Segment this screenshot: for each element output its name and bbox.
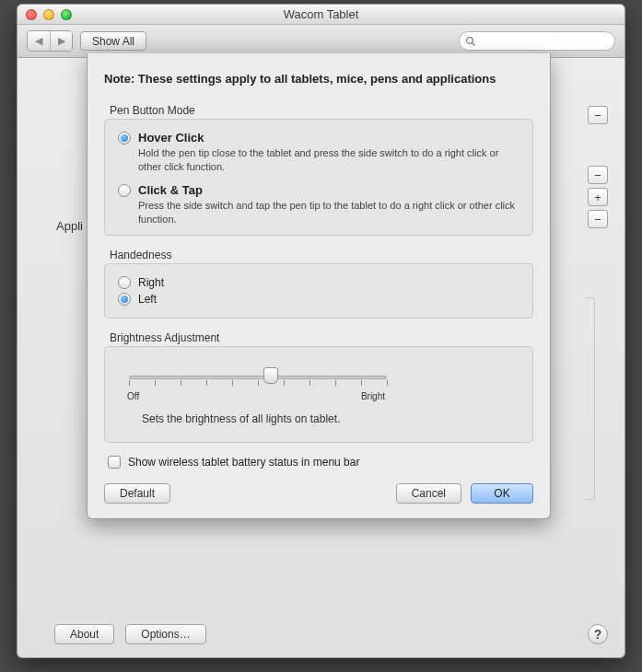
window-title: Wacom Tablet bbox=[18, 7, 624, 21]
remove-button-2[interactable]: − bbox=[588, 166, 608, 184]
radio-title: Hover Click bbox=[138, 131, 519, 145]
radio-title: Click & Tap bbox=[138, 183, 519, 197]
side-buttons: − − + − bbox=[588, 106, 608, 228]
brightness-desc: Sets the brightness of all lights on tab… bbox=[142, 412, 512, 425]
radio-label: Right bbox=[138, 276, 164, 289]
slider-tick bbox=[155, 380, 156, 386]
brightness-slider[interactable] bbox=[129, 369, 387, 386]
pen-button-mode-group: Hover Click Hold the pen tip close to th… bbox=[104, 119, 533, 236]
brightness-group: Off Bright Sets the brightness of all li… bbox=[104, 346, 533, 443]
brightness-slider-area: Off Bright Sets the brightness of all li… bbox=[118, 358, 519, 433]
application-label: Appli bbox=[56, 219, 83, 233]
show-all-button[interactable]: Show All bbox=[80, 31, 146, 51]
brightness-label: Brightness Adjustment bbox=[110, 331, 533, 344]
options-sheet: Note: These settings apply to all tablet… bbox=[87, 53, 551, 519]
slider-tick bbox=[361, 380, 362, 386]
options-button[interactable]: Options… bbox=[125, 624, 205, 644]
slider-tick bbox=[284, 380, 285, 386]
slider-tick bbox=[258, 380, 259, 386]
radio-body: Hover Click Hold the pen tip close to th… bbox=[138, 131, 519, 174]
bg-panel-edge bbox=[586, 297, 595, 500]
remove-button-1[interactable]: − bbox=[588, 106, 608, 124]
svg-point-0 bbox=[467, 37, 473, 43]
radio-icon bbox=[118, 293, 131, 306]
slider-tick bbox=[181, 380, 181, 386]
radio-hover-click[interactable]: Hover Click Hold the pen tip close to th… bbox=[118, 131, 519, 174]
radio-click-tap[interactable]: Click & Tap Press the side switch and ta… bbox=[118, 183, 519, 226]
search-icon bbox=[465, 36, 476, 47]
slider-tick bbox=[387, 380, 388, 386]
default-button[interactable]: Default bbox=[104, 483, 170, 504]
slider-tick bbox=[335, 380, 336, 386]
slider-labels: Off Bright bbox=[125, 391, 387, 401]
handedness-group: Right Left bbox=[104, 263, 533, 319]
slider-tick bbox=[232, 380, 233, 386]
side-stack: − + − bbox=[588, 166, 608, 228]
sheet-note: Note: These settings apply to all tablet… bbox=[104, 72, 533, 86]
add-button[interactable]: + bbox=[588, 188, 608, 206]
checkbox-label: Show wireless tablet battery status in m… bbox=[128, 456, 359, 469]
radio-desc: Hold the pen tip close to the tablet and… bbox=[138, 146, 519, 174]
cancel-button[interactable]: Cancel bbox=[396, 483, 461, 504]
search-input[interactable] bbox=[459, 31, 615, 51]
svg-line-1 bbox=[473, 42, 475, 45]
slider-tick bbox=[129, 380, 130, 386]
slider-max-label: Bright bbox=[361, 391, 385, 401]
pen-button-mode-label: Pen Button Mode bbox=[110, 104, 533, 117]
radio-right[interactable]: Right bbox=[118, 275, 519, 289]
nav-buttons: ◀ ▶ bbox=[27, 30, 73, 52]
footer-bar: About Options… ? bbox=[54, 624, 608, 644]
slider-thumb-icon[interactable] bbox=[263, 367, 278, 384]
radio-desc: Press the side switch and tap the pen ti… bbox=[138, 199, 519, 226]
forward-button[interactable]: ▶ bbox=[50, 31, 72, 51]
radio-left[interactable]: Left bbox=[118, 292, 519, 306]
remove-button-3[interactable]: − bbox=[588, 210, 608, 228]
radio-icon bbox=[118, 184, 131, 197]
radio-icon bbox=[118, 276, 131, 289]
slider-min-label: Off bbox=[127, 391, 139, 401]
slider-tick bbox=[206, 380, 207, 386]
slider-track-line bbox=[129, 376, 387, 379]
back-button[interactable]: ◀ bbox=[28, 31, 50, 51]
radio-label: Left bbox=[138, 293, 157, 306]
titlebar: Wacom Tablet bbox=[18, 5, 624, 25]
ok-button[interactable]: OK bbox=[471, 483, 533, 504]
slider-tick bbox=[309, 380, 310, 386]
about-button[interactable]: About bbox=[54, 624, 114, 644]
radio-body: Click & Tap Press the side switch and ta… bbox=[138, 183, 519, 226]
checkbox-icon bbox=[108, 456, 121, 469]
wireless-battery-checkbox[interactable]: Show wireless tablet battery status in m… bbox=[108, 456, 533, 469]
handedness-label: Handedness bbox=[110, 249, 533, 261]
sheet-buttons: Default Cancel OK bbox=[104, 483, 533, 504]
radio-icon bbox=[118, 132, 131, 145]
help-button[interactable]: ? bbox=[588, 624, 608, 644]
